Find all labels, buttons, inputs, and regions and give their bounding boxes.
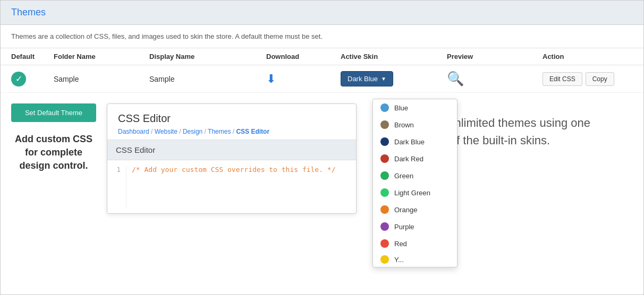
col-default: Default xyxy=(11,53,54,60)
skin-dropdown-menu: Blue Brown Dark Blue Dark Red Green Ligh… xyxy=(372,99,457,267)
custom-css-promo-text: Add custom CSS for complete design contr… xyxy=(11,133,96,173)
dropdown-item-blue[interactable]: Blue xyxy=(373,99,457,116)
orange-color-dot xyxy=(380,205,389,214)
purple-color-dot xyxy=(380,222,389,231)
dropdown-item-green-label: Green xyxy=(394,172,413,180)
dropdown-item-yellow[interactable]: Y... xyxy=(373,252,457,267)
bottom-section: Set Default Theme Add custom CSS for com… xyxy=(1,93,643,224)
breadcrumb-website[interactable]: Website xyxy=(155,128,177,135)
light-green-color-dot xyxy=(380,188,389,197)
preview-search-icon[interactable]: 🔍 xyxy=(447,71,464,86)
skin-dropdown[interactable]: Dark Blue ▼ xyxy=(341,71,393,86)
brown-color-dot xyxy=(380,120,389,129)
dropdown-item-dark-blue[interactable]: Dark Blue xyxy=(373,133,457,150)
dropdown-item-dark-red[interactable]: Dark Red xyxy=(373,150,457,167)
page-header: Themes xyxy=(1,1,643,25)
check-icon: ✓ xyxy=(11,72,26,86)
breadcrumb-themes[interactable]: Themes xyxy=(208,128,231,135)
css-editor-title-bar: CSS Editor Dashboard / Website / Design … xyxy=(107,104,356,140)
col-action: Action xyxy=(543,53,633,60)
col-active-skin: Active Skin xyxy=(341,53,447,60)
dropdown-item-brown[interactable]: Brown xyxy=(373,116,457,133)
table-row: ✓ Sample Sample ⬇ Dark Blue ▼ 🔍 Edit CSS… xyxy=(1,65,643,93)
display-name-cell: Sample xyxy=(149,75,266,83)
skin-dropdown-label: Dark Blue xyxy=(348,75,378,83)
col-download: Download xyxy=(266,53,341,60)
css-editor-body: CSS Editor 1 /* Add your custom CSS over… xyxy=(107,140,356,213)
green-color-dot xyxy=(380,171,389,180)
page-title: Themes xyxy=(11,7,633,18)
dropdown-item-blue-label: Blue xyxy=(394,104,408,112)
action-cell: Edit CSS Copy xyxy=(543,72,633,86)
dark-red-color-dot xyxy=(380,154,389,163)
code-area[interactable]: 1 /* Add your custom CSS overrides to th… xyxy=(107,160,356,213)
folder-name-cell: Sample xyxy=(54,75,149,83)
css-editor-panel: CSS Editor Dashboard / Website / Design … xyxy=(107,103,357,214)
dropdown-arrow-icon: ▼ xyxy=(381,76,386,82)
red-color-dot xyxy=(380,239,389,248)
dropdown-item-orange[interactable]: Orange xyxy=(373,201,457,218)
breadcrumb-dashboard[interactable]: Dashboard xyxy=(118,128,149,135)
line-numbers: 1 xyxy=(107,166,126,208)
edit-css-button[interactable]: Edit CSS xyxy=(543,72,582,86)
col-preview: Preview xyxy=(447,53,543,60)
breadcrumb-design[interactable]: Design xyxy=(183,128,202,135)
yellow-color-dot xyxy=(380,255,389,264)
dropdown-item-red[interactable]: Red xyxy=(373,235,457,252)
dropdown-item-dark-blue-label: Dark Blue xyxy=(394,138,425,146)
breadcrumb: Dashboard / Website / Design / Themes / … xyxy=(118,128,345,135)
dropdown-item-yellow-label: Y... xyxy=(394,256,404,264)
dropdown-item-light-green[interactable]: Light Green xyxy=(373,184,457,201)
dark-blue-color-dot xyxy=(380,137,389,146)
left-panel: Set Default Theme Add custom CSS for com… xyxy=(11,103,96,214)
default-check: ✓ xyxy=(11,72,54,86)
dropdown-item-red-label: Red xyxy=(394,240,407,248)
dropdown-item-light-green-label: Light Green xyxy=(394,189,430,197)
blue-color-dot xyxy=(380,103,389,112)
dropdown-item-purple[interactable]: Purple xyxy=(373,218,457,235)
css-editor-main-title: CSS Editor xyxy=(118,112,345,125)
dropdown-item-dark-red-label: Dark Red xyxy=(394,155,423,163)
dropdown-item-purple-label: Purple xyxy=(394,223,414,231)
dropdown-item-green[interactable]: Green xyxy=(373,167,457,184)
col-folder-name: Folder Name xyxy=(54,53,149,60)
download-icon[interactable]: ⬇ xyxy=(266,72,276,85)
css-editor-inner-title: CSS Editor xyxy=(107,140,356,160)
copy-button[interactable]: Copy xyxy=(586,72,614,86)
dropdown-item-orange-label: Orange xyxy=(394,206,417,214)
table-header: Default Folder Name Display Name Downloa… xyxy=(1,48,643,65)
code-content[interactable]: /* Add your custom CSS overrides to this… xyxy=(126,166,341,208)
dropdown-item-brown-label: Brown xyxy=(394,121,414,129)
preview-cell[interactable]: 🔍 xyxy=(447,71,543,87)
active-skin-cell[interactable]: Dark Blue ▼ xyxy=(341,71,447,86)
breadcrumb-current: CSS Editor xyxy=(236,128,269,135)
download-cell[interactable]: ⬇ xyxy=(266,72,341,86)
page-description: Themes are a collection of CSS, files, a… xyxy=(1,25,643,48)
col-display-name: Display Name xyxy=(149,53,266,60)
set-default-theme-button[interactable]: Set Default Theme xyxy=(11,103,96,122)
